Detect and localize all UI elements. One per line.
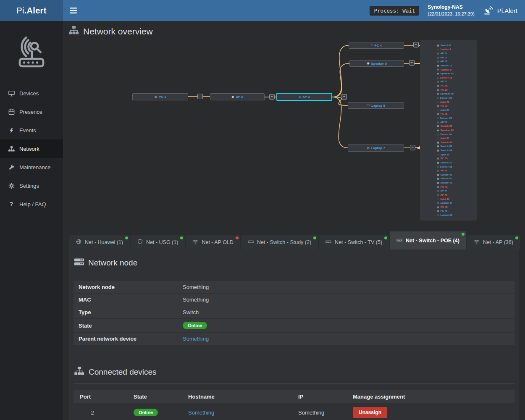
stack-device[interactable]: ◇Sensor 38	[437, 165, 475, 169]
collapse-button[interactable]: −	[410, 145, 415, 150]
stack-device[interactable]: ◎AP 45	[437, 193, 475, 197]
node-label: Laptop 7	[371, 146, 385, 150]
stack-device[interactable]: ▭Laptop 14	[437, 68, 475, 72]
table-row: Type Switch	[74, 306, 514, 318]
node-label: PC 1	[159, 95, 166, 99]
stack-device[interactable]: ◉Speaker 29	[437, 128, 475, 132]
tab-net-ap[interactable]: Net - AP (36)	[467, 235, 520, 249]
stack-device[interactable]: ▤PC 18	[437, 84, 475, 88]
stack-device[interactable]: ▦Switch 42	[437, 181, 475, 185]
tab-net-switch-study[interactable]: Net - Switch - Study (2)	[241, 235, 318, 249]
stack-device[interactable]: ▤PC 23	[437, 104, 475, 108]
host-timestamp: (22/01/2023, 16:27:39)	[428, 11, 474, 17]
tab-net-usg[interactable]: Net - USG (1)	[131, 235, 185, 249]
overview-title: Network overview	[83, 26, 153, 37]
stack-device[interactable]: ◇Sensor 21	[437, 96, 475, 100]
topology-node-laptop6[interactable]: ▭Laptop 6	[348, 102, 404, 109]
sidebar-item-maintenance[interactable]: Maintenance	[0, 158, 63, 176]
stack-device[interactable]: ▦Switch 34	[437, 148, 475, 152]
device-label: Switch 42	[441, 181, 452, 184]
tab-net-switch-poe[interactable]: Net - Switch - POE (4)	[390, 231, 466, 249]
stack-device[interactable]: ◎AP 39	[437, 168, 475, 173]
light-icon: ○	[437, 153, 438, 156]
stack-device[interactable]: ◎AP 27	[437, 120, 475, 124]
stack-device[interactable]: ▤PC 49	[437, 209, 475, 213]
stack-device[interactable]: ○Light 46	[437, 197, 475, 201]
sidebar-item-help[interactable]: ? Help / FAQ	[0, 195, 63, 213]
stack-device[interactable]: ▤PC 19	[437, 88, 475, 92]
stack-device[interactable]: ▦Switch 33	[437, 144, 475, 149]
node-label: Laptop 6	[371, 104, 385, 108]
speaker-icon: ◉	[437, 72, 439, 75]
stack-device[interactable]: ○Light 22	[437, 100, 475, 104]
collapse-button[interactable]: −	[413, 42, 419, 47]
parent-device-link[interactable]: Something	[183, 336, 209, 342]
topology-node-pc1[interactable]: ⊕PC 1	[132, 93, 188, 100]
unassign-button[interactable]: Unassign	[353, 407, 387, 418]
stack-device[interactable]: ▦Switch 32	[437, 140, 475, 144]
collapse-button[interactable]: −	[197, 94, 203, 99]
stack-device[interactable]: ▤PC 36	[437, 157, 475, 161]
sidebar-item-events[interactable]: Events	[0, 121, 63, 139]
ap-icon: ◎	[437, 80, 439, 83]
stack-device[interactable]: ▭Laptop 47	[437, 201, 475, 205]
stack-device[interactable]: ◇Sensor 30	[437, 132, 475, 136]
hostname-link[interactable]: Something	[188, 410, 298, 416]
stack-device[interactable]: ◎AP 10	[437, 51, 475, 55]
tab-label: Net - Switch - POE (4)	[406, 238, 459, 244]
stack-device[interactable]: ○Light 31	[437, 136, 475, 140]
tab-net-ap-old[interactable]: Net - AP OLD	[186, 235, 240, 249]
topology-node-laptop7[interactable]: ≋Laptop 7	[348, 144, 404, 152]
device-label: Switch 8	[441, 44, 451, 47]
stack-device[interactable]: ▦Switch 40	[437, 173, 475, 177]
device-label: Switch 28	[441, 125, 452, 127]
device-label: Sensor 21	[440, 97, 452, 99]
shield-icon: ◆	[231, 95, 234, 99]
topology-node-speaker5[interactable]: ◉Speaker 5	[349, 60, 404, 67]
sidebar-item-settings[interactable]: Settings	[0, 176, 63, 195]
stack-device[interactable]: ▦Switch 28	[437, 124, 475, 129]
stack-device[interactable]: ▤PC 43	[437, 185, 475, 189]
stack-device[interactable]: ◎AP 12	[437, 60, 475, 64]
stack-device[interactable]: ◎AP 44	[437, 189, 475, 193]
collapse-button[interactable]: −	[341, 94, 347, 100]
stack-device[interactable]: ▦Switch 41	[437, 177, 475, 181]
stack-device[interactable]: ▦Switch 37	[437, 160, 475, 165]
tab-net-switch-tv[interactable]: Net - Switch - TV (5)	[319, 235, 389, 249]
stack-device[interactable]: ▭Laptop 50	[437, 213, 475, 217]
stack-device[interactable]: ◎AP 11	[437, 55, 475, 60]
switch-icon: ▦	[437, 177, 439, 180]
stack-device[interactable]: ▤PC 25	[437, 112, 475, 116]
device-label: Light 46	[440, 198, 449, 200]
stack-device[interactable]: ▭Laptop 9	[437, 47, 475, 52]
stack-device[interactable]: ◎AP 17	[437, 80, 475, 84]
stack-device[interactable]: ◇Sensor 16	[437, 76, 475, 80]
pc-icon: ▤	[437, 210, 439, 212]
collapse-button[interactable]: −	[409, 60, 415, 66]
sidebar-item-network[interactable]: Network	[0, 139, 63, 158]
sidebar-item-presence[interactable]: Presence	[0, 102, 63, 121]
tab-net-huawei[interactable]: Net - Huawei (1)	[69, 235, 130, 249]
header-brand: Pi.Alert	[483, 5, 517, 16]
topology-node-pc4[interactable]: ⌂PC 4	[349, 42, 404, 49]
device-label: AP 12	[440, 60, 447, 63]
server-icon	[74, 258, 84, 268]
ap-icon: ◎	[437, 56, 439, 59]
stack-device[interactable]: ○Light 35	[437, 152, 475, 157]
tab-label: Net - AP (36)	[483, 239, 513, 245]
stack-device[interactable]: ◉Speaker 15	[437, 71, 475, 76]
collapse-button[interactable]: −	[269, 94, 275, 100]
topology-node-ap3[interactable]: ⌂AP 3	[276, 93, 332, 101]
tab-label: Net - Huawei (1)	[85, 239, 123, 245]
stack-device[interactable]: ◉Speaker 20	[437, 92, 475, 96]
stack-device[interactable]: ▦Switch 13	[437, 63, 475, 68]
switch-icon: ▦	[437, 181, 439, 184]
hamburger-menu-icon[interactable]	[70, 8, 77, 13]
stack-device[interactable]: ▦Switch 8	[437, 43, 475, 47]
sidebar-item-devices[interactable]: Devices	[0, 84, 63, 102]
stack-device[interactable]: ◇Sensor 26	[437, 116, 475, 120]
topology-node-ap2[interactable]: ◆AP 2	[210, 93, 265, 100]
stack-device[interactable]: ○Light 24	[437, 108, 475, 112]
stack-device[interactable]: ▤PC 48	[437, 205, 475, 209]
device-label: PC 36	[441, 157, 448, 160]
